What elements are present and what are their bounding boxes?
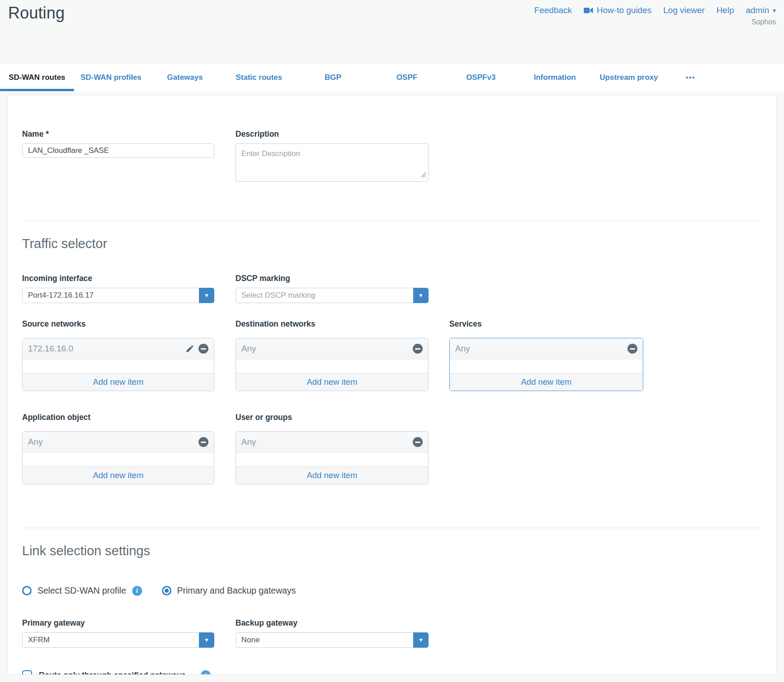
add-new-item-label: Add new item [307,470,357,480]
incoming-interface-value: Port4-172.16.16.17 [23,288,214,303]
dscp-marking-label: DSCP marking [235,274,429,283]
backup-gateway-group: Backup gateway None ▼ [235,618,429,648]
destination-networks-box: Any Add new item [235,338,429,391]
route-only-checkbox[interactable] [22,670,32,675]
user-menu[interactable]: admin ▾ [746,5,776,15]
dscp-marking-group: DSCP marking Select DSCP marking ▼ [235,274,429,303]
incoming-interface-label: Incoming interface [22,274,214,283]
add-new-item-label: Add new item [93,470,143,480]
item-label: Any [455,344,627,354]
list-item[interactable]: 172.16.16.0 [23,338,214,359]
primary-gateway-label: Primary gateway [22,618,214,628]
radio-icon[interactable] [162,586,171,595]
tab-label: Upstream proxy [600,73,658,82]
remove-icon[interactable] [198,437,208,447]
dscp-marking-select[interactable]: Select DSCP marking ▼ [235,288,429,303]
tab-overflow-menu[interactable]: ••• [666,64,715,91]
add-new-item-button[interactable]: Add new item [23,466,214,484]
ellipsis-icon: ••• [686,74,696,81]
backup-gateway-select[interactable]: None ▼ [235,632,429,648]
info-icon[interactable]: i [201,670,211,675]
tab-label: OSPFv3 [466,73,495,82]
link-selection-heading: Link selection settings [22,544,762,558]
add-new-item-label: Add new item [307,377,357,387]
divider [22,221,762,221]
description-textarea-wrap [235,143,429,182]
dropdown-button[interactable]: ▼ [199,288,214,303]
link-selection-radio-row: Select SD-WAN profile i Primary and Back… [22,585,762,596]
log-viewer-label: Log viewer [663,5,705,15]
networks-labels-row: Source networks Destination networks Ser… [22,319,762,333]
remove-icon[interactable] [198,344,208,354]
list-item[interactable]: Any [236,432,428,453]
tab-static-routes[interactable]: Static routes [222,64,296,91]
interface-dscp-row: Incoming interface Port4-172.16.16.17 ▼ … [22,274,762,303]
tab-bgp[interactable]: BGP [296,64,370,91]
tab-ospf[interactable]: OSPF [370,64,444,91]
radio-sdwan-profile[interactable]: Select SD-WAN profile i [22,585,142,596]
name-label: Name * [22,129,214,139]
tab-sdwan-routes[interactable]: SD-WAN routes [0,64,74,91]
tab-upstream-proxy[interactable]: Upstream proxy [592,64,666,91]
description-field-group: Description [235,129,429,182]
application-object-label: Application object [22,413,214,422]
item-actions [627,344,637,354]
edit-icon[interactable] [185,344,194,353]
app-user-labels-row: Application object User or groups [22,413,762,427]
brand-label: Sophos [534,18,776,26]
incoming-interface-select[interactable]: Port4-172.16.16.17 ▼ [22,288,214,303]
name-label-text: Name [22,129,44,138]
tab-label: Static routes [236,73,282,82]
chevron-down-icon: ▼ [418,293,424,298]
tab-sdwan-profiles[interactable]: SD-WAN profiles [74,64,148,91]
item-label: 172.16.16.0 [28,344,185,354]
tab-label: Gateways [167,73,203,82]
list-empty-area [236,453,428,466]
item-label: Any [241,437,413,447]
list-item[interactable]: Any [450,338,643,359]
add-new-item-button[interactable]: Add new item [450,373,643,391]
user-or-groups-label: User or groups [235,413,429,422]
feedback-link[interactable]: Feedback [534,5,572,15]
description-textarea[interactable] [235,143,429,182]
help-link[interactable]: Help [716,5,734,15]
tab-ospfv3[interactable]: OSPFv3 [444,64,518,91]
add-new-item-button[interactable]: Add new item [236,373,428,391]
name-input[interactable] [22,143,214,158]
info-icon[interactable]: i [132,586,142,596]
route-only-checkbox-row: Route only through specified gateways i [22,670,762,675]
howto-guides-link[interactable]: How-to guides [584,5,651,15]
radio-icon[interactable] [22,586,32,595]
log-viewer-link[interactable]: Log viewer [663,5,705,15]
list-empty-area [236,359,428,373]
item-actions [185,344,208,354]
dropdown-button[interactable]: ▼ [413,288,429,303]
remove-icon[interactable] [627,344,637,354]
list-item[interactable]: Any [23,432,214,453]
radio-primary-backup-label: Primary and Backup gateways [177,585,296,596]
tab-label: SD-WAN routes [9,73,65,82]
remove-icon[interactable] [413,344,423,354]
tab-label: OSPF [397,73,417,82]
tab-label: BGP [325,73,341,82]
route-only-checkbox-label: Route only through specified gateways [39,671,186,675]
radio-primary-backup[interactable]: Primary and Backup gateways [162,585,296,596]
name-description-row: Name * Description [22,129,762,182]
item-actions [413,344,423,354]
application-object-box: Any Add new item [22,431,214,484]
source-networks-label: Source networks [22,319,214,329]
tab-gateways[interactable]: Gateways [148,64,222,91]
chevron-down-icon: ▼ [204,293,209,298]
dropdown-button[interactable]: ▼ [413,632,429,648]
remove-icon[interactable] [413,437,423,447]
dropdown-button[interactable]: ▼ [199,632,214,648]
add-new-item-button[interactable]: Add new item [236,466,428,484]
list-item[interactable]: Any [236,338,428,359]
sdwan-route-form: Name * Description Traffic selector Inco… [7,95,777,675]
description-label: Description [235,129,429,139]
primary-gateway-select[interactable]: XFRM ▼ [22,632,214,648]
tab-information[interactable]: Information [518,64,592,91]
add-new-item-button[interactable]: Add new item [23,373,214,391]
tab-label: Information [534,73,576,82]
radio-sdwan-profile-label: Select SD-WAN profile [37,585,126,596]
